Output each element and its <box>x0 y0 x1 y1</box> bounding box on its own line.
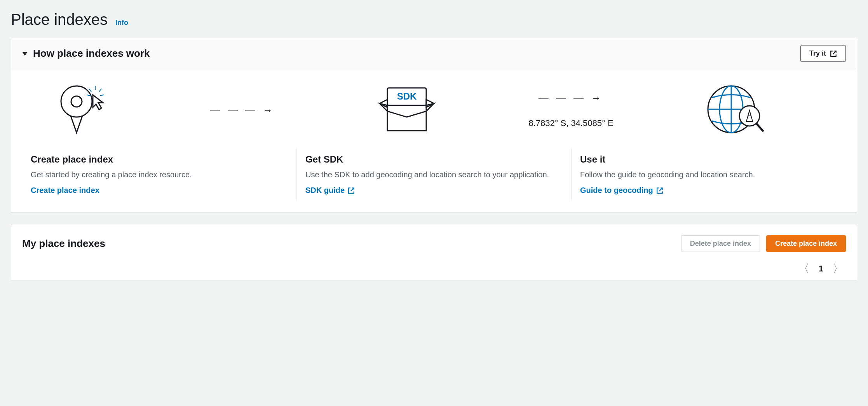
my-place-indexes-panel: My place indexes Delete place index Crea… <box>11 225 857 280</box>
caret-down-icon <box>22 52 28 56</box>
page-title: Place indexes <box>11 11 108 28</box>
svg-line-3 <box>89 89 91 92</box>
arrow-icon: — — — → <box>112 104 374 116</box>
link-label: SDK guide <box>305 186 345 195</box>
sdk-box-icon: SDK <box>374 80 440 140</box>
card-title: Create place index <box>31 154 288 165</box>
sdk-label: SDK <box>397 91 417 102</box>
svg-point-1 <box>71 96 82 107</box>
arrow-icon: — — — → <box>539 92 604 104</box>
svg-line-6 <box>100 95 104 96</box>
link-label: Guide to geocoding <box>580 186 653 195</box>
svg-point-0 <box>61 86 92 117</box>
page-number: 1 <box>819 264 823 274</box>
external-link-icon <box>656 187 663 194</box>
card-title: Get SDK <box>305 154 563 165</box>
step-card-create: Create place index Get started by creati… <box>22 148 296 201</box>
step-card-sdk: Get SDK Use the SDK to add geocoding and… <box>296 148 571 201</box>
external-link-icon <box>348 187 355 194</box>
info-link[interactable]: Info <box>115 19 128 27</box>
svg-line-13 <box>756 124 763 131</box>
globe-search-icon <box>702 80 768 140</box>
delete-place-index-button[interactable]: Delete place index <box>681 235 760 252</box>
coordinates-label: 8.7832° S, 34.5085° E <box>528 118 613 128</box>
sdk-guide-link[interactable]: SDK guide <box>305 186 355 195</box>
how-panel-title: How place indexes work <box>33 47 150 60</box>
card-desc: Follow the guide to geocoding and locati… <box>580 169 837 180</box>
card-desc: Use the SDK to add geocoding and locatio… <box>305 169 563 180</box>
next-page-button[interactable]: 〉 <box>833 261 844 276</box>
create-index-icon <box>53 80 112 140</box>
svg-line-4 <box>99 89 101 92</box>
create-place-index-button[interactable]: Create place index <box>766 235 846 252</box>
my-panel-title: My place indexes <box>22 238 105 250</box>
try-it-button[interactable]: Try it <box>800 45 846 62</box>
create-place-index-link[interactable]: Create place index <box>31 186 99 195</box>
how-place-indexes-panel: How place indexes work Try it <box>11 38 857 212</box>
panel-toggle[interactable]: How place indexes work <box>22 47 150 60</box>
external-link-icon <box>830 50 837 57</box>
try-it-label: Try it <box>809 49 826 58</box>
svg-line-5 <box>87 95 91 96</box>
step-card-use: Use it Follow the guide to geocoding and… <box>571 148 846 201</box>
prev-page-button[interactable]: 〈 <box>798 261 809 276</box>
card-desc: Get started by creating a place index re… <box>31 169 288 180</box>
card-title: Use it <box>580 154 837 165</box>
geocoding-guide-link[interactable]: Guide to geocoding <box>580 186 663 195</box>
